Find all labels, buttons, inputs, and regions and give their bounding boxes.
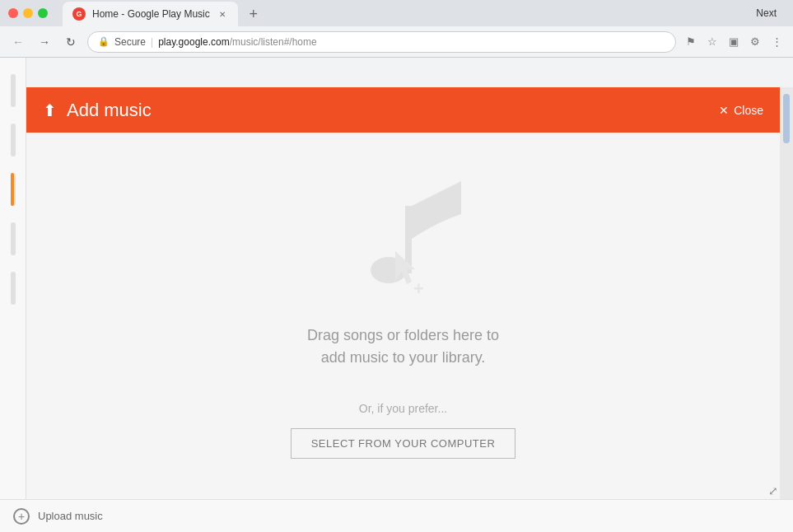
maximize-window-button[interactable] (38, 8, 48, 18)
menu-icon[interactable]: ⋮ (768, 34, 785, 50)
address-bar-actions: ⚑ ☆ ▣ ⚙ ⋮ (683, 34, 785, 50)
add-music-modal: ⬆ Add music ✕ Close (26, 87, 780, 499)
url-domain: play.google.com/music/listen#/home (158, 36, 317, 48)
extension-icon[interactable]: ⚙ (747, 34, 763, 50)
refresh-button[interactable]: ↻ (61, 32, 81, 52)
tab-favicon: G (72, 7, 86, 21)
bookmark-icon[interactable]: ☆ (704, 34, 721, 50)
secure-icon: 🔒 (98, 36, 110, 47)
cast-icon[interactable]: ▣ (725, 34, 742, 50)
sidebar-active-indicator (11, 173, 14, 206)
traffic-lights (8, 8, 48, 18)
bottom-bar: + Upload music ⤢ (0, 499, 793, 532)
main-area: ⬆ Add music ✕ Close (0, 58, 793, 502)
modal-header: ⬆ Add music ✕ Close (26, 87, 780, 133)
forward-button[interactable]: → (35, 32, 54, 52)
tab-title: Home - Google Play Music (92, 8, 210, 20)
close-x-icon: ✕ (719, 104, 729, 117)
sidebar-item-5 (11, 272, 16, 305)
browser-tab[interactable]: G Home - Google Play Music ✕ (63, 2, 238, 26)
tab-close-button[interactable]: ✕ (217, 8, 228, 20)
address-bar: ← → ↻ 🔒 Secure | play.google.com/music/l… (0, 26, 793, 58)
sidebar-item-2 (11, 124, 16, 156)
sidebar-item-3 (11, 173, 16, 206)
drag-text-line2: add music to your library. (307, 347, 499, 369)
upload-music-label: Upload music (38, 510, 103, 522)
flag-icon[interactable]: ⚑ (683, 34, 699, 50)
url-secure-label: Secure (114, 36, 146, 48)
url-bar[interactable]: 🔒 Secure | play.google.com/music/listen#… (87, 31, 676, 53)
title-bar: G Home - Google Play Music ✕ + Next (0, 0, 793, 26)
close-button[interactable]: ✕ Close (719, 104, 763, 117)
scrollbar-thumb[interactable] (783, 94, 790, 143)
modal-body: + Drag songs or folders here to add musi… (26, 133, 780, 499)
sidebar (0, 58, 26, 502)
sidebar-item-4 (11, 222, 16, 255)
select-from-computer-button[interactable]: SELECT FROM YOUR COMPUTER (291, 428, 516, 459)
modal-title: Add music (67, 100, 152, 121)
expand-icon[interactable]: ⤢ (768, 484, 778, 497)
minimize-window-button[interactable] (23, 8, 33, 18)
close-label: Close (734, 104, 763, 117)
add-music-plus-button[interactable]: + (13, 508, 30, 525)
svg-text:+: + (413, 278, 424, 299)
close-window-button[interactable] (8, 8, 18, 18)
url-separator: | (151, 36, 153, 48)
drag-text-line1: Drag songs or folders here to (307, 324, 499, 347)
upload-icon: ⬆ (43, 100, 57, 120)
or-text: Or, if you prefer... (359, 402, 447, 415)
scrollbar-track[interactable] (780, 87, 793, 499)
new-tab-button[interactable]: + (241, 2, 266, 26)
next-button[interactable]: Next (756, 7, 777, 19)
sidebar-item-1 (11, 74, 16, 107)
drag-text: Drag songs or folders here to add music … (307, 324, 499, 369)
music-note-icon: + (346, 173, 461, 305)
back-button[interactable]: ← (8, 32, 28, 52)
music-icon-container: + (346, 173, 461, 305)
